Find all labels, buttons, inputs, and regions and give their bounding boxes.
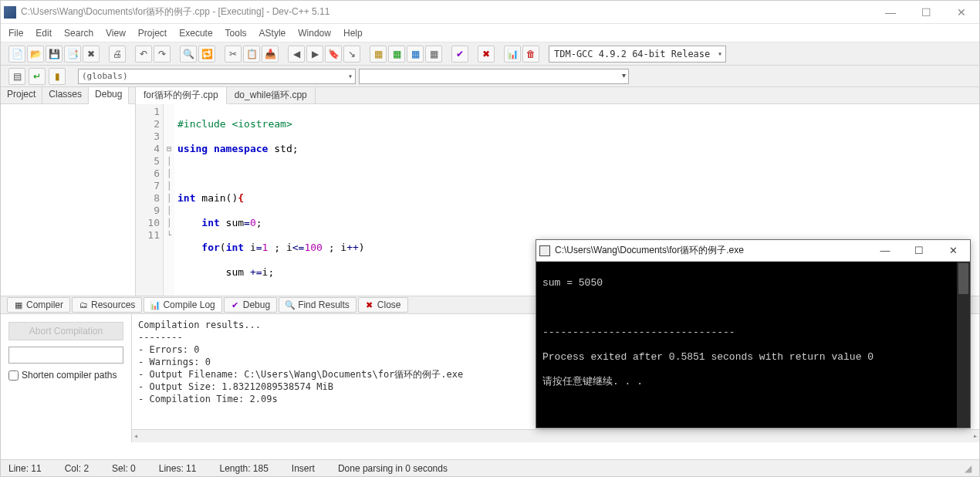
bottom-tab-compiler[interactable]: ▦Compiler <box>7 297 70 313</box>
compiler-select[interactable]: TDM-GCC 4.9.2 64-bit Release <box>549 46 726 63</box>
menu-search[interactable]: Search <box>64 28 93 39</box>
bookmark2-icon[interactable]: ▮ <box>49 68 66 85</box>
run-icon[interactable]: ▦ <box>388 46 405 63</box>
scrollbar-thumb[interactable] <box>958 263 968 294</box>
insert-icon[interactable]: ↵ <box>29 68 46 85</box>
compile-run-icon[interactable]: ▦ <box>407 46 424 63</box>
grid-icon: ▦ <box>14 300 23 310</box>
toolbar: 📄 📂 💾 📑 ✖ 🖨 ↶ ↷ 🔍 🔁 ✂ 📋 📥 ◀ ▶ 🔖 ↘ ▦ ▦ ▦ … <box>1 42 979 66</box>
scroll-right-icon[interactable]: ▸ <box>973 430 978 442</box>
code-text-span: ; i <box>268 242 292 253</box>
status-line: Line: 11 <box>8 463 42 474</box>
console-line: sum = 5050 <box>542 277 964 289</box>
console-minimize-button[interactable]: — <box>868 240 902 262</box>
close-file-icon[interactable]: ✖ <box>83 46 100 63</box>
console-close-button[interactable]: ✕ <box>936 240 970 262</box>
menu-file[interactable]: File <box>8 28 23 39</box>
replace-icon[interactable]: 🔁 <box>198 46 215 63</box>
bottom-tab-close[interactable]: ✖Close <box>358 297 408 313</box>
menu-edit[interactable]: Edit <box>35 28 52 39</box>
bottom-tab-compile-log[interactable]: 📊Compile Log <box>144 297 221 313</box>
debug-icon[interactable]: ✔ <box>451 46 468 63</box>
close-icon: ✖ <box>365 300 374 310</box>
minimize-button[interactable] <box>873 1 908 24</box>
cut-icon[interactable]: ✂ <box>225 46 242 63</box>
console-maximize-button[interactable]: ☐ <box>902 240 936 262</box>
console-vertical-scrollbar[interactable] <box>957 262 970 428</box>
status-done: Done parsing in 0 seconds <box>338 463 448 474</box>
code-text-span <box>177 242 201 253</box>
console-window: C:\Users\Wang\Documents\for循环的例子.exe — ☐… <box>536 239 971 428</box>
fold-toggle-icon[interactable]: ⊟ <box>164 143 174 155</box>
horizontal-scrollbar[interactable]: ◂▸ <box>132 429 979 442</box>
code-text-span: std; <box>268 143 298 154</box>
forward-icon[interactable]: ▶ <box>306 46 323 63</box>
maximize-button[interactable] <box>908 1 944 24</box>
save-icon[interactable]: 💾 <box>46 46 63 63</box>
compile-icon[interactable]: ▦ <box>370 46 387 63</box>
resources-icon: 🗂 <box>79 300 88 310</box>
menu-help[interactable]: Help <box>343 28 363 39</box>
menu-view[interactable]: View <box>106 28 126 39</box>
checkbox-icon[interactable] <box>8 370 19 381</box>
code-text-span: = <box>244 217 250 228</box>
code-text-span: i; <box>262 266 275 278</box>
code-text-span: int <box>201 217 219 228</box>
tab-label: Debug <box>243 299 270 310</box>
scroll-left-icon[interactable]: ◂ <box>133 430 138 442</box>
print-icon[interactable]: 🖨 <box>109 46 126 63</box>
gutter-line: 5 <box>136 155 160 167</box>
bottom-tab-resources[interactable]: 🗂Resources <box>72 297 142 313</box>
member-select[interactable] <box>359 69 629 84</box>
code-text-span: using <box>177 143 208 154</box>
menu-astyle[interactable]: AStyle <box>259 28 286 39</box>
left-panel-tabs: Project Classes Debug <box>1 87 135 104</box>
code-text-span: = <box>256 242 262 253</box>
code-text-span: 100 <box>304 242 322 253</box>
profile-icon[interactable]: 📊 <box>504 46 521 63</box>
delete-profile-icon[interactable]: 🗑 <box>522 46 539 63</box>
stop-icon[interactable]: ✖ <box>478 46 495 63</box>
tab-debug[interactable]: Debug <box>89 87 129 104</box>
menu-tools[interactable]: Tools <box>225 28 247 39</box>
goto-member-icon[interactable]: ▤ <box>8 68 25 85</box>
menu-project[interactable]: Project <box>138 28 167 39</box>
code-text-span: 0 <box>250 217 256 228</box>
file-tabs: for循环的例子.cpp do_while循环.cpp <box>136 87 979 104</box>
rebuild-icon[interactable]: ▦ <box>425 46 442 63</box>
console-line: Process exited after 0.5851 seconds with… <box>542 351 964 364</box>
code-text-span: int <box>177 192 195 204</box>
undo-icon[interactable]: ↶ <box>135 46 152 63</box>
console-output[interactable]: sum = 5050 -----------------------------… <box>536 262 970 428</box>
bottom-tab-find[interactable]: 🔍Find Results <box>279 297 357 313</box>
code-text-span: #include <iostream> <box>177 118 292 130</box>
redo-icon[interactable]: ↷ <box>154 46 171 63</box>
file-tab-for[interactable]: for循环的例子.cpp <box>136 87 227 104</box>
new-file-icon[interactable]: 📄 <box>8 46 25 63</box>
console-titlebar[interactable]: C:\Users\Wang\Documents\for循环的例子.exe — ☐… <box>536 240 970 262</box>
console-line: 请按任意键继续. . . <box>542 376 964 388</box>
tab-classes[interactable]: Classes <box>42 87 89 103</box>
menu-window[interactable]: Window <box>298 28 331 39</box>
goto-icon[interactable]: ↘ <box>343 46 360 63</box>
menu-execute[interactable]: Execute <box>179 28 212 39</box>
back-icon[interactable]: ◀ <box>288 46 305 63</box>
compile-filter-input[interactable] <box>8 347 123 364</box>
resize-grip-icon[interactable]: ◢ <box>965 463 972 474</box>
file-tab-dowhile[interactable]: do_while循环.cpp <box>227 87 316 103</box>
copy-icon[interactable]: 📋 <box>243 46 260 63</box>
bottom-tab-debug[interactable]: ✔Debug <box>224 297 277 313</box>
close-button[interactable] <box>944 1 979 24</box>
open-file-icon[interactable]: 📂 <box>27 46 44 63</box>
status-length: Length: 185 <box>219 463 268 474</box>
paste-icon[interactable]: 📥 <box>262 46 279 63</box>
bookmark-icon[interactable]: 🔖 <box>325 46 342 63</box>
find-icon[interactable]: 🔍 <box>180 46 197 63</box>
shorten-paths-checkbox[interactable]: Shorten compiler paths <box>8 370 123 381</box>
scope-select[interactable]: (globals) <box>78 69 356 84</box>
tab-project[interactable]: Project <box>1 87 42 103</box>
console-line: -------------------------------- <box>542 326 964 339</box>
save-all-icon[interactable]: 📑 <box>64 46 81 63</box>
tab-label: Find Results <box>298 299 350 310</box>
code-text-span: sum <box>220 217 244 228</box>
